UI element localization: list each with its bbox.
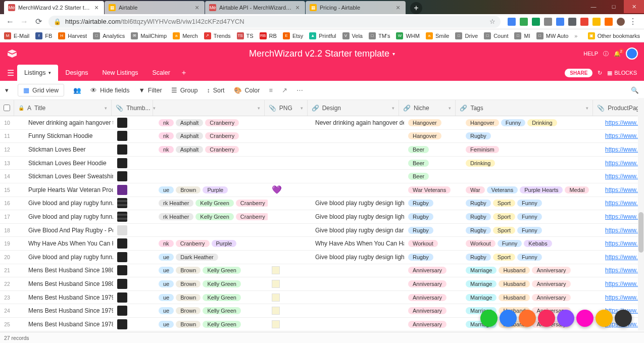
address-bar[interactable]: 🔒 https://airtable.com/tbl6ttqzyWlYHVcwB… [48,16,501,28]
table-row[interactable]: 10Never drinking again hangover t...nkAs… [0,116,644,130]
pill[interactable]: Husband [499,280,530,287]
thumbnail[interactable] [117,158,127,168]
pill[interactable]: Purple [203,186,228,193]
extension-icon[interactable] [568,18,576,26]
cell-png[interactable] [268,320,311,328]
pill[interactable]: nk [159,132,174,139]
cell-niche[interactable]: Workout [404,240,462,247]
pill[interactable]: Brown [176,294,201,301]
grid-view-button[interactable]: ▦ Grid view [18,84,64,96]
pill[interactable]: Hangover [408,132,441,139]
base-title[interactable]: MerchWizard v2.2 Starter template ▾ [249,48,395,59]
cell-tags[interactable]: HangoverFunnyDrinking [462,119,601,126]
pill[interactable]: War [466,186,485,193]
pill[interactable]: Asphalt [176,132,204,139]
cell-thumb[interactable] [113,306,155,316]
table-tab[interactable]: Scaler [145,65,177,81]
close-tab-icon[interactable]: × [294,4,301,11]
cell-thumb[interactable] [113,252,155,262]
more-icon[interactable]: ⋯ [296,86,303,94]
cell-title[interactable]: Stickman Loves Beer Sweatshirt [14,173,113,180]
cell-design[interactable]: Give blood play rugby design dark [311,227,404,234]
airtable-logo-icon[interactable] [6,47,18,60]
column-tags[interactable]: 🔗 Tags▾ [456,100,593,116]
cell-colors[interactable]: ueDark Heather [155,254,268,261]
pill[interactable]: Sport [493,200,515,207]
pill[interactable]: ue [159,280,174,287]
cell-tags[interactable]: RugbySportFunny [462,213,601,220]
cell-tags[interactable]: MarriageHusbandAnniversary [462,280,601,287]
cell-niche[interactable]: Beer [404,146,462,153]
dock-button[interactable] [576,310,593,327]
thumbnail[interactable] [117,265,127,275]
forward-button[interactable]: → [17,15,31,29]
close-tab-icon[interactable]: × [93,4,100,11]
cell-thumb[interactable] [113,265,155,275]
cell-niche[interactable]: Rugby [404,227,462,234]
cell-png[interactable] [268,293,311,302]
cell-title[interactable]: Mens Best Husband Since 1979 ... [14,294,113,301]
pill[interactable]: Rugby [466,213,491,220]
table-row[interactable]: 11Funny Stickman HoodienkAsphaltCranberr… [0,130,644,143]
pill[interactable]: Brown [176,186,201,193]
thumbnail[interactable] [117,238,127,249]
bookmark-item[interactable]: ✉MailChimp [131,32,167,39]
cell-design[interactable]: Never drinking again hangover desi [311,119,404,126]
bookmark-item[interactable]: EEtsy [283,32,303,39]
sort-button[interactable]: ↕Sort [207,87,224,94]
pill[interactable]: Rugby [466,254,491,261]
bookmark-item[interactable]: fFB [35,32,52,39]
cell-tags[interactable]: WarVeteransPurple HeartsMedal [462,186,601,193]
user-avatar[interactable] [626,47,638,60]
color-button[interactable]: 🎨Color [234,86,260,94]
cell-design[interactable]: Give blood play rugby design light [311,254,404,261]
pill[interactable]: Cranberry [205,146,239,153]
table-row[interactable]: 18Give Blood And Play Rugby - Po...Give … [0,224,644,237]
search-icon[interactable]: 🔍 [631,86,639,94]
thumbnail[interactable] [117,306,127,316]
bookmark-item[interactable]: RBRB [260,32,277,39]
pill[interactable]: Kebabs [524,240,552,247]
cell-thumb[interactable] [113,171,155,181]
bookmark-item[interactable]: □Drive [455,32,478,39]
column-colors[interactable]: ▾ [153,100,265,116]
cell-tags[interactable]: MarriageHusbandAnniversary [462,294,601,301]
close-tab-icon[interactable]: × [193,4,201,11]
row-height-icon[interactable]: ≡ [269,87,272,94]
pill[interactable]: Rugby [466,227,491,234]
browser-tab[interactable]: MeAirtable API - MerchWizard v2.2× [205,1,305,14]
cell-thumb[interactable] [113,225,155,235]
thumbnail[interactable] [117,185,127,195]
table-row[interactable]: 13Stickman Loves Beer HoodieBeerDrinking… [0,157,644,170]
extension-icon[interactable] [580,18,588,26]
cell-thumb[interactable] [113,212,155,222]
column-thumb[interactable]: 📎 Thumb...▾ [112,100,153,116]
pill[interactable]: Kelly Green [203,307,240,314]
pill[interactable]: Rugby [408,254,433,261]
extension-icon[interactable] [605,18,613,26]
pill[interactable]: Asphalt [176,119,204,126]
pill[interactable]: Funny [517,213,542,220]
column-product[interactable]: 📎 ProductPag [593,100,644,116]
thumbnail[interactable] [117,225,127,235]
pill[interactable]: Rugby [408,213,433,220]
png-thumbnail[interactable] [272,266,280,274]
bookmark-item[interactable]: aMerch [173,32,198,39]
cell-colors[interactable]: nkAsphaltCranberry [155,119,268,126]
cell-thumb[interactable] [113,131,155,141]
share-view-icon[interactable]: ↗ [282,86,287,94]
pill[interactable]: Anniversary [532,294,570,301]
scrollbar-thumb[interactable] [638,212,643,253]
cell-title[interactable]: Give Blood And Play Rugby - Po... [14,227,113,234]
extension-icon[interactable] [532,18,540,26]
column-niche[interactable]: 🔗 Niche▾ [399,100,456,116]
bookmark-item[interactable]: ↗Trends [204,32,231,39]
extension-icon[interactable] [508,18,516,26]
cell-png[interactable]: 💜 [268,185,311,194]
cell-title[interactable]: Give blood and play rugby funn... [14,200,113,207]
cell-colors[interactable]: ueBrownKelly Green [155,267,268,274]
pill[interactable]: ue [159,254,174,261]
cell-niche[interactable]: Rugby [404,254,462,261]
hamburger-icon[interactable]: ☰ [4,65,17,81]
pill[interactable]: Rugby [408,227,433,234]
